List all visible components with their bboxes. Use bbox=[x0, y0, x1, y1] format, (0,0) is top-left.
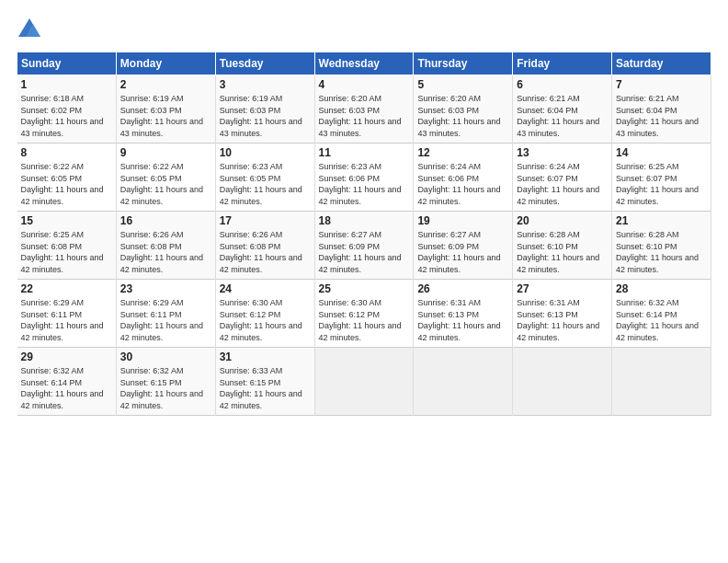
calendar-cell: 3Sunrise: 6:19 AMSunset: 6:03 PMDaylight… bbox=[215, 75, 314, 144]
day-number: 3 bbox=[220, 78, 311, 91]
calendar-cell: 6Sunrise: 6:21 AMSunset: 6:04 PMDaylight… bbox=[513, 75, 612, 144]
calendar-cell: 18Sunrise: 6:27 AMSunset: 6:09 PMDayligh… bbox=[314, 212, 414, 280]
day-info: Sunrise: 6:19 AMSunset: 6:03 PMDaylight:… bbox=[220, 94, 302, 138]
calendar-cell: 12Sunrise: 6:24 AMSunset: 6:06 PMDayligh… bbox=[414, 144, 513, 212]
day-number: 22 bbox=[21, 282, 112, 295]
calendar-cell: 9Sunrise: 6:22 AMSunset: 6:05 PMDaylight… bbox=[116, 144, 215, 212]
day-info: Sunrise: 6:19 AMSunset: 6:03 PMDaylight:… bbox=[120, 94, 203, 138]
calendar-cell: 29Sunrise: 6:32 AMSunset: 6:14 PMDayligh… bbox=[17, 348, 117, 416]
day-number: 9 bbox=[120, 146, 211, 159]
calendar-cell: 28Sunrise: 6:32 AMSunset: 6:14 PMDayligh… bbox=[612, 280, 711, 348]
day-info: Sunrise: 6:31 AMSunset: 6:13 PMDaylight:… bbox=[417, 298, 500, 342]
day-number: 21 bbox=[616, 214, 707, 227]
day-info: Sunrise: 6:25 AMSunset: 6:07 PMDaylight:… bbox=[616, 162, 699, 206]
week-row-2: 8Sunrise: 6:22 AMSunset: 6:05 PMDaylight… bbox=[17, 144, 711, 212]
calendar-cell: 20Sunrise: 6:28 AMSunset: 6:10 PMDayligh… bbox=[513, 212, 612, 280]
calendar-cell: 11Sunrise: 6:23 AMSunset: 6:06 PMDayligh… bbox=[314, 144, 414, 212]
calendar-cell: 31Sunrise: 6:33 AMSunset: 6:15 PMDayligh… bbox=[215, 348, 314, 416]
header-monday: Monday bbox=[116, 52, 215, 75]
logo bbox=[17, 17, 46, 42]
header-saturday: Saturday bbox=[612, 52, 711, 75]
calendar-cell: 26Sunrise: 6:31 AMSunset: 6:13 PMDayligh… bbox=[414, 280, 513, 348]
day-info: Sunrise: 6:30 AMSunset: 6:12 PMDaylight:… bbox=[220, 298, 302, 342]
day-info: Sunrise: 6:29 AMSunset: 6:11 PMDaylight:… bbox=[21, 298, 104, 342]
day-number: 15 bbox=[21, 214, 112, 227]
day-number: 23 bbox=[120, 282, 211, 295]
calendar-cell: 30Sunrise: 6:32 AMSunset: 6:15 PMDayligh… bbox=[116, 348, 215, 416]
calendar-cell: 17Sunrise: 6:26 AMSunset: 6:08 PMDayligh… bbox=[215, 212, 314, 280]
header-tuesday: Tuesday bbox=[215, 52, 314, 75]
day-number: 31 bbox=[220, 350, 311, 363]
day-info: Sunrise: 6:27 AMSunset: 6:09 PMDaylight:… bbox=[319, 230, 402, 274]
day-info: Sunrise: 6:28 AMSunset: 6:10 PMDaylight:… bbox=[517, 230, 599, 274]
day-info: Sunrise: 6:22 AMSunset: 6:05 PMDaylight:… bbox=[120, 162, 203, 206]
day-number: 19 bbox=[417, 214, 508, 227]
day-number: 16 bbox=[120, 214, 211, 227]
day-info: Sunrise: 6:20 AMSunset: 6:03 PMDaylight:… bbox=[319, 94, 402, 138]
day-number: 12 bbox=[417, 146, 508, 159]
header bbox=[17, 17, 711, 42]
day-info: Sunrise: 6:29 AMSunset: 6:11 PMDaylight:… bbox=[120, 298, 203, 342]
day-info: Sunrise: 6:31 AMSunset: 6:13 PMDaylight:… bbox=[517, 298, 599, 342]
week-row-3: 15Sunrise: 6:25 AMSunset: 6:08 PMDayligh… bbox=[17, 212, 711, 280]
day-info: Sunrise: 6:26 AMSunset: 6:08 PMDaylight:… bbox=[120, 230, 203, 274]
calendar-cell: 27Sunrise: 6:31 AMSunset: 6:13 PMDayligh… bbox=[513, 280, 612, 348]
day-number: 7 bbox=[616, 78, 707, 91]
day-number: 5 bbox=[417, 78, 508, 91]
day-info: Sunrise: 6:30 AMSunset: 6:12 PMDaylight:… bbox=[319, 298, 402, 342]
calendar-cell bbox=[612, 348, 711, 416]
day-number: 25 bbox=[319, 282, 410, 295]
day-info: Sunrise: 6:21 AMSunset: 6:04 PMDaylight:… bbox=[616, 94, 699, 138]
day-info: Sunrise: 6:32 AMSunset: 6:14 PMDaylight:… bbox=[616, 298, 699, 342]
calendar-cell: 23Sunrise: 6:29 AMSunset: 6:11 PMDayligh… bbox=[116, 280, 215, 348]
day-number: 1 bbox=[21, 78, 112, 91]
day-info: Sunrise: 6:28 AMSunset: 6:10 PMDaylight:… bbox=[616, 230, 699, 274]
week-row-1: 1Sunrise: 6:18 AMSunset: 6:02 PMDaylight… bbox=[17, 75, 711, 144]
week-row-5: 29Sunrise: 6:32 AMSunset: 6:14 PMDayligh… bbox=[17, 348, 711, 416]
calendar-cell bbox=[414, 348, 513, 416]
day-info: Sunrise: 6:22 AMSunset: 6:05 PMDaylight:… bbox=[21, 162, 104, 206]
day-number: 27 bbox=[517, 282, 608, 295]
header-sunday: Sunday bbox=[17, 52, 117, 75]
calendar-cell bbox=[513, 348, 612, 416]
header-thursday: Thursday bbox=[414, 52, 513, 75]
day-info: Sunrise: 6:23 AMSunset: 6:06 PMDaylight:… bbox=[319, 162, 402, 206]
calendar-cell: 14Sunrise: 6:25 AMSunset: 6:07 PMDayligh… bbox=[612, 144, 711, 212]
day-info: Sunrise: 6:23 AMSunset: 6:05 PMDaylight:… bbox=[220, 162, 302, 206]
day-number: 14 bbox=[616, 146, 707, 159]
day-info: Sunrise: 6:32 AMSunset: 6:15 PMDaylight:… bbox=[120, 366, 203, 410]
day-number: 10 bbox=[220, 146, 311, 159]
day-number: 29 bbox=[21, 350, 112, 363]
day-number: 13 bbox=[517, 146, 608, 159]
logo-icon bbox=[17, 17, 42, 42]
calendar-cell: 5Sunrise: 6:20 AMSunset: 6:03 PMDaylight… bbox=[414, 75, 513, 144]
day-number: 17 bbox=[220, 214, 311, 227]
calendar-cell: 4Sunrise: 6:20 AMSunset: 6:03 PMDaylight… bbox=[314, 75, 414, 144]
day-number: 30 bbox=[120, 350, 211, 363]
day-number: 8 bbox=[21, 146, 112, 159]
calendar-cell: 19Sunrise: 6:27 AMSunset: 6:09 PMDayligh… bbox=[414, 212, 513, 280]
calendar-cell: 25Sunrise: 6:30 AMSunset: 6:12 PMDayligh… bbox=[314, 280, 414, 348]
day-number: 11 bbox=[319, 146, 410, 159]
calendar-cell: 1Sunrise: 6:18 AMSunset: 6:02 PMDaylight… bbox=[17, 75, 117, 144]
day-info: Sunrise: 6:27 AMSunset: 6:09 PMDaylight:… bbox=[417, 230, 500, 274]
day-info: Sunrise: 6:25 AMSunset: 6:08 PMDaylight:… bbox=[21, 230, 104, 274]
calendar-cell: 15Sunrise: 6:25 AMSunset: 6:08 PMDayligh… bbox=[17, 212, 117, 280]
day-number: 4 bbox=[319, 78, 410, 91]
calendar-cell: 22Sunrise: 6:29 AMSunset: 6:11 PMDayligh… bbox=[17, 280, 117, 348]
calendar-cell: 13Sunrise: 6:24 AMSunset: 6:07 PMDayligh… bbox=[513, 144, 612, 212]
calendar-cell bbox=[314, 348, 414, 416]
calendar-cell: 8Sunrise: 6:22 AMSunset: 6:05 PMDaylight… bbox=[17, 144, 117, 212]
day-number: 20 bbox=[517, 214, 608, 227]
day-info: Sunrise: 6:21 AMSunset: 6:04 PMDaylight:… bbox=[517, 94, 599, 138]
calendar-cell: 24Sunrise: 6:30 AMSunset: 6:12 PMDayligh… bbox=[215, 280, 314, 348]
header-wednesday: Wednesday bbox=[314, 52, 414, 75]
calendar-cell: 16Sunrise: 6:26 AMSunset: 6:08 PMDayligh… bbox=[116, 212, 215, 280]
day-number: 26 bbox=[417, 282, 508, 295]
day-number: 28 bbox=[616, 282, 707, 295]
day-info: Sunrise: 6:24 AMSunset: 6:06 PMDaylight:… bbox=[417, 162, 500, 206]
day-number: 6 bbox=[517, 78, 608, 91]
calendar-cell: 2Sunrise: 6:19 AMSunset: 6:03 PMDaylight… bbox=[116, 75, 215, 144]
day-info: Sunrise: 6:32 AMSunset: 6:14 PMDaylight:… bbox=[21, 366, 104, 410]
day-number: 18 bbox=[319, 214, 410, 227]
